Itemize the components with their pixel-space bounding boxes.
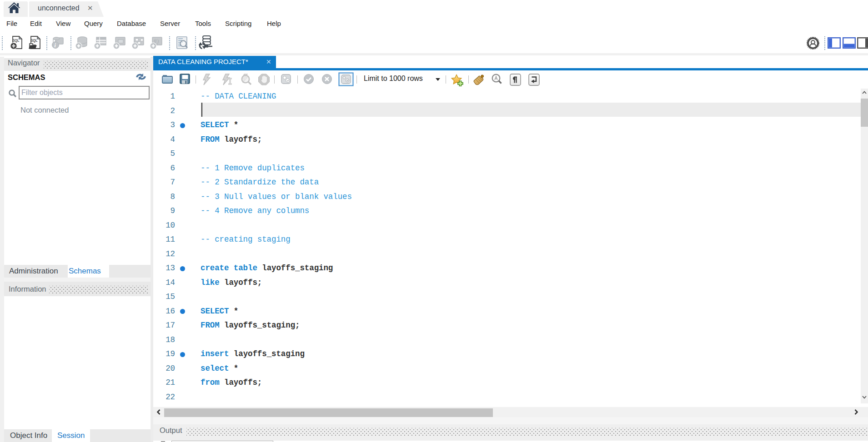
svg-text:SQL: SQL: [31, 38, 38, 43]
svg-text:SQL: SQL: [13, 38, 20, 43]
